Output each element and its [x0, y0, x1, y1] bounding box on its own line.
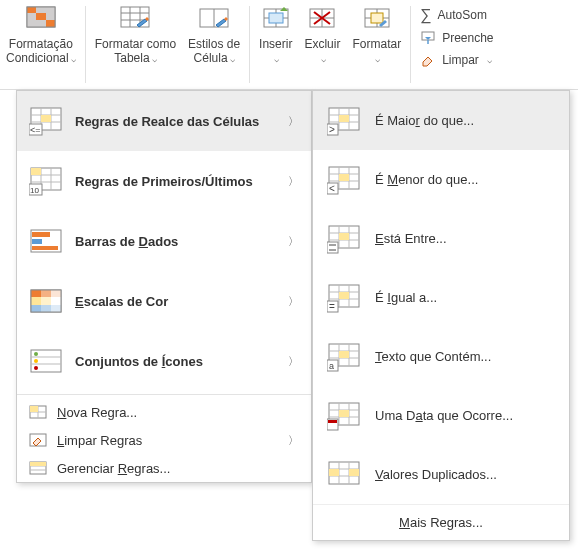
- cell-styles-icon: [198, 3, 230, 35]
- svg-rect-60: [31, 305, 41, 312]
- equal-to-icon: =: [327, 281, 361, 315]
- ribbon-label: Estilos de: [188, 37, 240, 51]
- ribbon-label: Formatar como: [95, 37, 176, 51]
- svg-text:=: =: [329, 301, 335, 312]
- manage-rules-item[interactable]: Gerenciar Regras...: [17, 454, 311, 482]
- top-bottom-icon: 10: [29, 164, 63, 198]
- chevron-down-icon: ⌵: [375, 54, 380, 64]
- svg-rect-61: [41, 305, 51, 312]
- svg-rect-125: [339, 410, 349, 417]
- menu-item-label: Gerenciar Regras...: [57, 461, 170, 476]
- color-scales-item[interactable]: Escalas de Cor 〉: [17, 271, 311, 331]
- autosum-button[interactable]: ∑ AutoSom: [420, 4, 493, 26]
- svg-point-69: [34, 366, 38, 370]
- text-contains-item[interactable]: a Texto que Contém...: [313, 327, 569, 386]
- submenu-item-label: Está Entre...: [375, 231, 447, 246]
- new-rule-icon: [29, 403, 47, 421]
- chevron-right-icon: 〉: [288, 114, 299, 129]
- date-occurring-item[interactable]: Uma Data que Ocorre...: [313, 386, 569, 445]
- less-than-item[interactable]: < É Menor do que...: [313, 150, 569, 209]
- svg-rect-92: [339, 174, 349, 181]
- submenu-item-label: Uma Data que Ocorre...: [375, 408, 513, 423]
- svg-rect-134: [349, 469, 359, 476]
- icon-sets-item[interactable]: Conjuntos de Ícones 〉: [17, 331, 311, 391]
- text-contains-icon: a: [327, 340, 361, 374]
- conditional-formatting-icon: [25, 3, 57, 35]
- data-bars-item[interactable]: Barras de Dados 〉: [17, 211, 311, 271]
- ribbon-label: Formatação: [9, 37, 73, 51]
- format-button[interactable]: Formatar ⌵: [346, 0, 407, 89]
- svg-rect-127: [328, 420, 337, 423]
- chevron-right-icon: 〉: [288, 354, 299, 369]
- fill-button[interactable]: Preenche: [420, 28, 493, 48]
- svg-text:a: a: [329, 361, 334, 371]
- svg-rect-73: [30, 406, 38, 412]
- between-item[interactable]: Está Entre...: [313, 209, 569, 268]
- svg-rect-59: [51, 297, 61, 305]
- svg-rect-78: [30, 462, 46, 466]
- submenu-item-label: Texto que Contém...: [375, 349, 491, 364]
- chevron-right-icon: 〉: [288, 174, 299, 189]
- insert-cells-icon: [260, 3, 292, 35]
- svg-text:<=: <=: [30, 125, 41, 135]
- svg-text:>: >: [329, 124, 335, 135]
- chevron-down-icon: ⌵: [487, 55, 492, 65]
- highlight-cells-rules-item[interactable]: <= Regras de Realce das Células 〉: [17, 91, 311, 151]
- more-rules-item[interactable]: Mais Regras...: [313, 504, 569, 540]
- sigma-icon: ∑: [420, 6, 431, 24]
- insert-button[interactable]: Inserir ⌵: [253, 0, 298, 89]
- svg-rect-5: [36, 13, 46, 20]
- duplicate-values-icon: [327, 458, 361, 492]
- new-rule-item[interactable]: Nova Regra...: [17, 398, 311, 426]
- ribbon-label: Condicional: [6, 51, 69, 65]
- svg-rect-7: [27, 20, 36, 27]
- cell-styles-button[interactable]: Estilos de Célula⌵: [182, 0, 246, 89]
- duplicate-values-item[interactable]: Valores Duplicados...: [313, 445, 569, 504]
- highlight-rules-icon: <=: [29, 104, 63, 138]
- conditional-formatting-menu: <= Regras de Realce das Células 〉 10 Reg…: [16, 90, 312, 483]
- svg-rect-62: [51, 305, 61, 312]
- svg-rect-52: [32, 246, 58, 250]
- menu-item-label: Nova Regra...: [57, 405, 137, 420]
- svg-text:10: 10: [30, 186, 39, 195]
- ribbon-label: Preenche: [442, 31, 493, 45]
- top-bottom-rules-item[interactable]: 10 Regras de Primeiros/Últimos 〉: [17, 151, 311, 211]
- svg-rect-2: [36, 7, 46, 13]
- conditional-formatting-button[interactable]: Formatação Condicional⌵: [0, 0, 82, 89]
- svg-rect-133: [329, 469, 339, 476]
- greater-than-item[interactable]: > É Maior do que...: [313, 91, 569, 150]
- menu-item-label: Regras de Primeiros/Últimos: [75, 174, 276, 189]
- icon-sets-icon: [29, 344, 63, 378]
- svg-rect-9: [46, 20, 55, 27]
- data-bars-icon: [29, 224, 63, 258]
- delete-button[interactable]: Excluir ⌵: [298, 0, 346, 89]
- less-than-icon: <: [327, 163, 361, 197]
- clear-rules-item[interactable]: Limpar Regras 〉: [17, 426, 311, 454]
- fill-down-icon: [420, 30, 436, 46]
- equal-to-item[interactable]: = É Igual a...: [313, 268, 569, 327]
- highlight-cells-rules-submenu: > É Maior do que... < É Menor do que... …: [312, 90, 570, 541]
- submenu-item-label: É Maior do que...: [375, 113, 474, 128]
- svg-rect-117: [339, 351, 349, 358]
- svg-rect-54: [31, 290, 41, 297]
- delete-cells-icon: [306, 3, 338, 35]
- menu-item-label: Escalas de Cor: [75, 294, 276, 309]
- ribbon-label: AutoSom: [438, 8, 487, 22]
- svg-rect-56: [51, 290, 61, 297]
- svg-point-67: [34, 352, 38, 356]
- ribbon-label: Excluir: [304, 37, 340, 51]
- greater-than-icon: >: [327, 104, 361, 138]
- chevron-down-icon: ⌵: [274, 54, 279, 64]
- ribbon-label: Limpar: [442, 53, 479, 67]
- submenu-item-label: É Menor do que...: [375, 172, 478, 187]
- chevron-down-icon: ⌵: [152, 54, 157, 64]
- svg-rect-1: [27, 7, 36, 13]
- svg-rect-50: [32, 232, 50, 237]
- format-as-table-button[interactable]: Formatar como Tabela⌵: [89, 0, 182, 89]
- svg-rect-84: [339, 115, 349, 122]
- svg-rect-6: [46, 13, 55, 20]
- svg-rect-8: [36, 20, 46, 27]
- clear-button[interactable]: Limpar⌵: [420, 50, 493, 70]
- svg-rect-3: [46, 7, 55, 13]
- ribbon-label: Inserir: [259, 37, 292, 51]
